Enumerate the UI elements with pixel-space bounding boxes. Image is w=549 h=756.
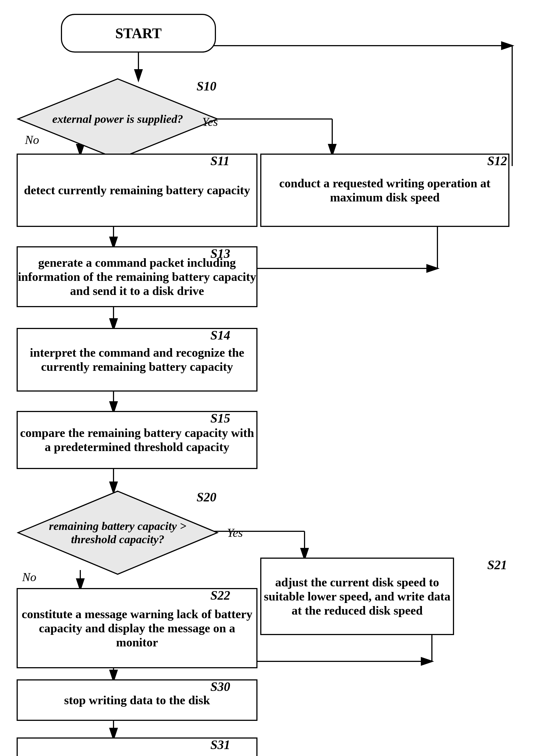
s31-label: S31	[210, 737, 230, 752]
s15-text: compare the remaining battery capacity w…	[18, 426, 256, 454]
s14-label: S14	[210, 328, 230, 343]
s13-text: generate a command packet including info…	[18, 256, 256, 298]
s10-text: external power is supplied?	[17, 112, 219, 126]
s30-text: stop writing data to the disk	[64, 693, 210, 707]
s12-label: S12	[487, 154, 507, 168]
s20-yes-label: Yes	[227, 526, 243, 540]
s15-label: S15	[210, 411, 230, 426]
s22-text: constitute a message warning lack of bat…	[18, 607, 256, 649]
s22-label: S22	[210, 588, 230, 603]
s14-text: interpret the command and recognize the …	[18, 346, 256, 374]
flowchart: START external power is supplied? S10 Ye…	[0, 0, 549, 756]
s10-label: S10	[196, 79, 216, 94]
s21-process: adjust the current disk speed to suitabl…	[260, 558, 454, 635]
s20-text: remaining battery capacity > threshold c…	[17, 519, 219, 546]
s20-diamond: remaining battery capacity > threshold c…	[17, 490, 219, 576]
s20-label: S20	[196, 490, 216, 504]
s21-label: S21	[487, 558, 507, 572]
s12-process: conduct a requested writing operation at…	[260, 154, 509, 227]
start-label: START	[115, 25, 162, 42]
s10-no-label: No	[25, 133, 39, 147]
s11-label: S11	[210, 154, 229, 168]
s12-text: conduct a requested writing operation at…	[261, 176, 508, 204]
start-terminal: START	[61, 14, 216, 53]
s30-label: S30	[210, 679, 230, 694]
s20-no-label: No	[22, 570, 36, 584]
s21-text: adjust the current disk speed to suitabl…	[261, 575, 453, 618]
s11-text: detect currently remaining battery capac…	[24, 183, 250, 197]
s13-label: S13	[210, 246, 230, 261]
s10-diamond: external power is supplied?	[17, 77, 219, 160]
